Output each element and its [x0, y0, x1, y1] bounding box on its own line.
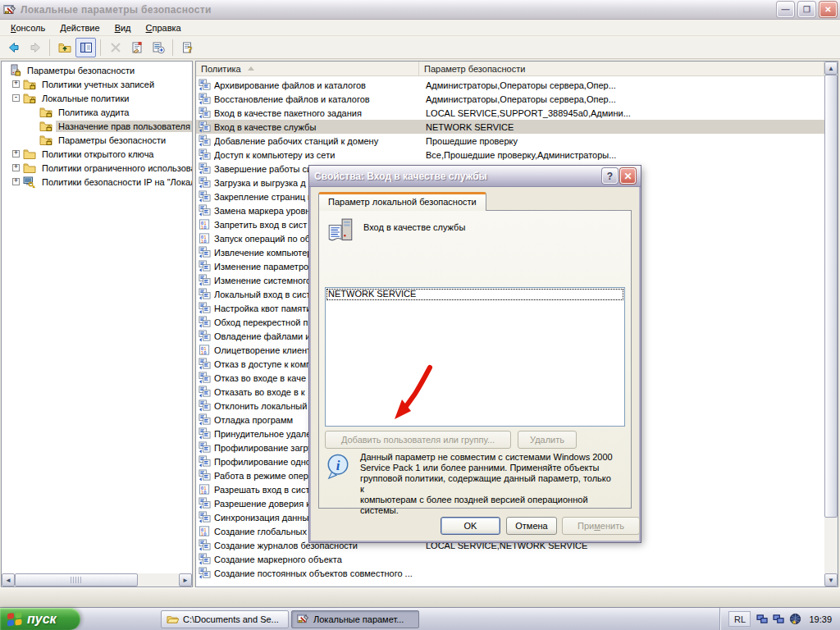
svg-text:10: 10 [201, 239, 207, 244]
minimize-button[interactable]: ― [777, 2, 794, 17]
binary-icon: 0110 [199, 525, 211, 537]
up-one-level-button[interactable] [54, 38, 75, 57]
mmc-app-icon [3, 3, 16, 16]
policy-row[interactable]: Доступ к компьютеру из сетиВсе,Прошедшие… [196, 148, 824, 162]
column-header-setting[interactable]: Параметр безопасности [419, 62, 824, 75]
policy-name-cell: Создание маркерного объекта [214, 555, 418, 564]
column-header-setting-label: Параметр безопасности [424, 64, 525, 74]
dialog-titlebar: Свойства: Вход в качестве службы ? ✕ [309, 166, 641, 187]
policy-row[interactable]: Вход в качестве пакетного заданияLOCAL S… [196, 106, 824, 120]
scroll-left-icon[interactable]: ◄ [2, 573, 15, 587]
menu-label-accel: С [146, 23, 153, 33]
sort-indicator-icon [248, 66, 254, 71]
expand-plus-icon[interactable]: + [12, 164, 20, 171]
scrollbar-thumb[interactable] [15, 573, 138, 587]
language-indicator[interactable]: RL [728, 611, 751, 627]
policy-icon [199, 539, 211, 551]
binary-icon: 0110 [199, 483, 211, 495]
taskbar-button[interactable]: C:\Documents and Se... [161, 610, 289, 628]
add-user-or-group-button[interactable]: Добавить пользователя или группу... [325, 431, 511, 449]
tree-item[interactable]: +Политики безопасности IP на "Локал [2, 175, 192, 189]
delete-button[interactable] [105, 38, 126, 57]
back-button[interactable] [3, 38, 24, 57]
tree-item[interactable]: Параметры безопасности [2, 63, 192, 77]
tree-horizontal-scrollbar[interactable]: ◄ ► [2, 573, 192, 587]
policy-row[interactable]: Архивирование файлов и каталоговАдминист… [196, 78, 824, 92]
policy-icon [199, 469, 211, 482]
scroll-up-icon[interactable]: ▲ [824, 62, 838, 75]
dialog-button-row: OK Отмена Применить [311, 517, 639, 536]
listbox-item[interactable]: NETWORK SERVICE [326, 289, 623, 300]
screen: Локальные параметры безопасности ― ❐ ✕ К… [0, 0, 840, 630]
cancel-button[interactable]: Отмена [506, 517, 557, 535]
properties-button[interactable] [126, 38, 147, 57]
menu-view[interactable]: Вид [107, 21, 139, 34]
expand-plus-icon[interactable]: + [12, 150, 20, 158]
scrollbar-track[interactable] [15, 573, 179, 587]
svg-text:?: ? [188, 43, 193, 53]
restore-button[interactable]: ❐ [798, 2, 815, 17]
properties-dialog: Свойства: Вход в качестве службы ? ✕ Пар… [309, 166, 641, 542]
menu-help[interactable]: Справка [139, 21, 189, 34]
expand-plus-icon[interactable]: + [12, 178, 20, 185]
policy-row[interactable]: Вход в качестве службыNETWORK SERVICE [196, 120, 824, 134]
ok-button[interactable]: OK [441, 517, 500, 535]
start-button[interactable]: пуск [0, 608, 80, 630]
properties-icon [130, 41, 144, 54]
policy-icon [199, 413, 211, 426]
export-list-button[interactable] [148, 38, 168, 57]
folder-lock-icon [39, 106, 52, 119]
help-button[interactable]: ? [177, 38, 198, 57]
svg-text:10: 10 [201, 350, 207, 355]
security-setting-cell: Администраторы,Операторы сервера,Опер... [418, 94, 824, 104]
tab-local-security-setting[interactable]: Параметр локальной безопасности [318, 192, 486, 211]
dialog-title: Свойства: Вход в качестве службы [314, 171, 600, 182]
forward-button[interactable] [25, 38, 45, 57]
close-button[interactable]: ✕ [819, 2, 837, 17]
cancel-button-label: Отмена [515, 521, 547, 531]
tree-item[interactable]: +Политики ограниченного использова [2, 161, 192, 175]
column-header-policy[interactable]: Политика [196, 62, 419, 75]
tree-item[interactable]: Политика аудита [2, 105, 192, 119]
menu-label-post: ействие [66, 23, 100, 33]
apply-button[interactable]: Применить [562, 517, 640, 535]
tree-item[interactable]: -Локальные политики [2, 91, 192, 105]
network2-icon [773, 613, 785, 625]
tree-item-label: Параметры безопасности [25, 65, 137, 76]
tree-item[interactable]: Назначение прав пользователя [2, 119, 192, 133]
policy-icon [199, 79, 211, 91]
policy-row[interactable]: Восстановление файлов и каталоговАдминис… [196, 92, 824, 106]
remove-button[interactable]: Удалить [518, 431, 577, 449]
binary-icon: 0110 [199, 232, 211, 244]
clock: 19:39 [807, 614, 832, 624]
policy-row[interactable]: Создание постоянных объектов совместного… [196, 566, 824, 580]
list-vertical-scrollbar[interactable]: ▲ ▼ [824, 62, 838, 587]
policy-icon [199, 427, 211, 440]
tree-item[interactable]: Параметры безопасности [2, 133, 192, 147]
scroll-down-icon[interactable]: ▼ [824, 573, 838, 587]
menu-console[interactable]: Консоль [3, 21, 52, 34]
policy-row[interactable]: Добавление рабочих станций к доменуПроше… [196, 134, 824, 148]
policy-icon [199, 93, 211, 105]
scroll-right-icon[interactable]: ► [179, 573, 192, 587]
tab-label: Параметр локальной безопасности [328, 197, 477, 207]
tree-item[interactable]: +Политики учетных записей [2, 77, 192, 91]
dialog-help-button[interactable]: ? [602, 168, 618, 184]
scrollbar-thumb[interactable] [824, 75, 838, 518]
dialog-close-icon[interactable]: ✕ [620, 168, 636, 184]
remove-button-label: Удалить [530, 435, 564, 445]
collapse-minus-icon[interactable]: - [12, 94, 20, 102]
taskbar-button[interactable]: Локальные парамет... [291, 610, 419, 628]
globe-icon: ★ [789, 613, 801, 625]
menu-action[interactable]: Действие [52, 21, 107, 34]
expand-plus-icon[interactable]: + [12, 80, 20, 88]
policy-icon [199, 135, 211, 147]
show-tree-button[interactable] [75, 38, 96, 57]
mmc-icon [297, 613, 309, 625]
policy-name-cell: Архивирование файлов и каталогов [214, 80, 418, 90]
tree-item[interactable]: +Политики открытого ключа [2, 147, 192, 161]
help-icon: ? [181, 41, 194, 54]
column-header-policy-label: Политика [201, 64, 241, 74]
policy-row[interactable]: Создание маркерного объекта [196, 552, 824, 566]
members-listbox[interactable]: NETWORK SERVICE [325, 287, 625, 427]
